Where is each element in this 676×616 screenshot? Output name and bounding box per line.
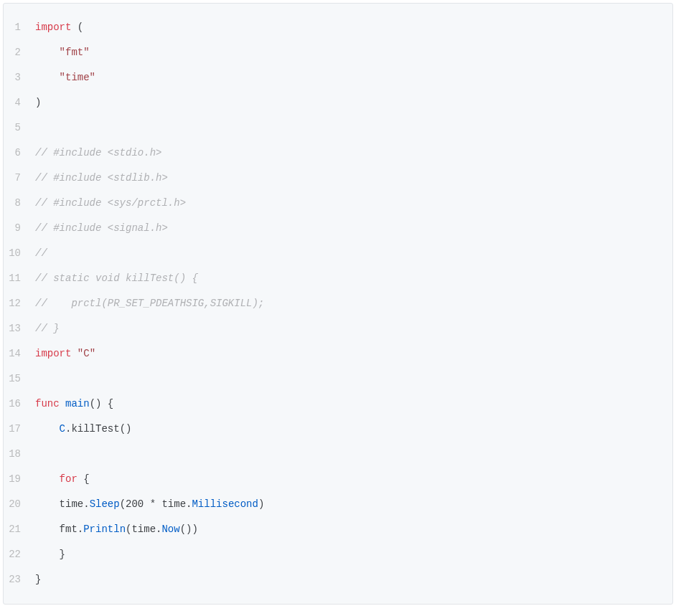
line-content: import ( xyxy=(35,15,672,40)
line-number: 21 xyxy=(4,517,35,542)
line-number: 1 xyxy=(4,15,35,40)
line-content xyxy=(35,366,672,392)
code-line: 9// #include <signal.h> xyxy=(4,216,672,241)
line-number: 23 xyxy=(4,567,35,592)
code-token: // static void killTest() { xyxy=(35,273,198,284)
code-token: { xyxy=(78,473,90,485)
line-content: for { xyxy=(35,467,672,492)
code-token xyxy=(71,348,77,359)
line-content: // #include <stdio.h> xyxy=(35,141,672,166)
code-token: fmt. xyxy=(35,523,83,535)
line-content: // #include <stdlib.h> xyxy=(35,166,672,191)
code-token: ( xyxy=(71,22,83,33)
code-token: func xyxy=(35,398,60,409)
line-content: // #include <signal.h> xyxy=(35,216,672,241)
code-token: ) xyxy=(35,97,41,108)
code-token: } xyxy=(35,574,41,585)
code-token: import xyxy=(35,348,71,359)
line-number: 7 xyxy=(4,166,35,191)
code-line: 8// #include <sys/prctl.h> xyxy=(4,191,672,216)
line-number: 4 xyxy=(4,90,35,115)
line-number: 22 xyxy=(4,542,35,567)
code-container: 1import (2 "fmt"3 "time"4)5 6// #include… xyxy=(4,15,672,592)
line-number: 3 xyxy=(4,65,35,90)
code-token: (200 * time. xyxy=(120,498,192,510)
code-line: 16func main() { xyxy=(4,392,672,417)
code-token: // #include <signal.h> xyxy=(35,222,168,234)
code-token: time. xyxy=(35,498,90,510)
code-line: 3 "time" xyxy=(4,65,672,90)
code-token: } xyxy=(35,549,65,560)
line-number: 16 xyxy=(4,392,35,417)
line-content: // xyxy=(35,241,672,266)
line-content: "fmt" xyxy=(35,40,672,65)
code-token: Millisecond xyxy=(192,498,258,510)
code-line: 22 } xyxy=(4,542,672,567)
line-number: 12 xyxy=(4,291,35,316)
code-token: Sleep xyxy=(90,498,120,510)
code-line: 17 C.killTest() xyxy=(4,417,672,442)
line-number: 2 xyxy=(4,40,35,65)
code-token: // xyxy=(35,247,47,259)
line-number: 17 xyxy=(4,417,35,442)
code-token: ) xyxy=(258,498,264,510)
code-token: // prctl(PR_SET_PDEATHSIG,SIGKILL); xyxy=(35,298,264,309)
code-line: 10// xyxy=(4,241,672,266)
line-content: } xyxy=(35,567,672,592)
code-token: Now xyxy=(161,523,179,535)
line-content: // prctl(PR_SET_PDEATHSIG,SIGKILL); xyxy=(35,291,672,316)
line-content: "time" xyxy=(35,65,672,90)
line-content: ) xyxy=(35,90,672,115)
code-block: 1import (2 "fmt"3 "time"4)5 6// #include… xyxy=(3,3,673,605)
code-token: C xyxy=(60,423,65,435)
line-number: 13 xyxy=(4,316,35,341)
line-content: C.killTest() xyxy=(35,417,672,442)
code-line: 21 fmt.Println(time.Now()) xyxy=(4,517,672,542)
code-token: (time. xyxy=(126,523,161,535)
code-line: 4) xyxy=(4,90,672,115)
code-token: .killTest() xyxy=(65,423,131,435)
line-content: import "C" xyxy=(35,341,672,366)
line-content: } xyxy=(35,542,672,567)
code-line: 11// static void killTest() { xyxy=(4,266,672,291)
code-token: // } xyxy=(35,323,60,334)
code-line: 6// #include <stdio.h> xyxy=(4,141,672,166)
code-token xyxy=(60,398,65,409)
line-number: 18 xyxy=(4,442,35,467)
code-token: main xyxy=(65,398,90,409)
code-token: for xyxy=(60,473,78,485)
code-line: 13// } xyxy=(4,316,672,341)
line-content: time.Sleep(200 * time.Millisecond) xyxy=(35,492,672,517)
line-number: 11 xyxy=(4,266,35,291)
line-content: fmt.Println(time.Now()) xyxy=(35,517,672,542)
line-content: // static void killTest() { xyxy=(35,266,672,291)
line-number: 5 xyxy=(4,115,35,141)
line-content xyxy=(35,442,672,467)
code-line: 14import "C" xyxy=(4,341,672,366)
code-token: Println xyxy=(83,523,126,535)
code-line: 20 time.Sleep(200 * time.Millisecond) xyxy=(4,492,672,517)
line-content: // #include <sys/prctl.h> xyxy=(35,191,672,216)
line-number: 8 xyxy=(4,191,35,216)
code-token: "C" xyxy=(78,348,95,359)
code-token xyxy=(35,47,60,58)
code-line: 1import ( xyxy=(4,15,672,40)
code-line: 18 xyxy=(4,442,672,467)
line-content: // } xyxy=(35,316,672,341)
line-number: 20 xyxy=(4,492,35,517)
code-token: "time" xyxy=(60,72,95,83)
line-number: 10 xyxy=(4,241,35,266)
line-content: func main() { xyxy=(35,392,672,417)
code-line: 12// prctl(PR_SET_PDEATHSIG,SIGKILL); xyxy=(4,291,672,316)
code-token: () { xyxy=(90,398,114,409)
code-line: 15 xyxy=(4,366,672,392)
line-number: 6 xyxy=(4,141,35,166)
code-token xyxy=(35,473,60,485)
code-token: "fmt" xyxy=(60,47,90,58)
line-number: 19 xyxy=(4,467,35,492)
code-token: ()) xyxy=(180,523,198,535)
line-number: 15 xyxy=(4,366,35,392)
code-line: 23} xyxy=(4,567,672,592)
code-token: import xyxy=(35,22,71,33)
code-line: 7// #include <stdlib.h> xyxy=(4,166,672,191)
